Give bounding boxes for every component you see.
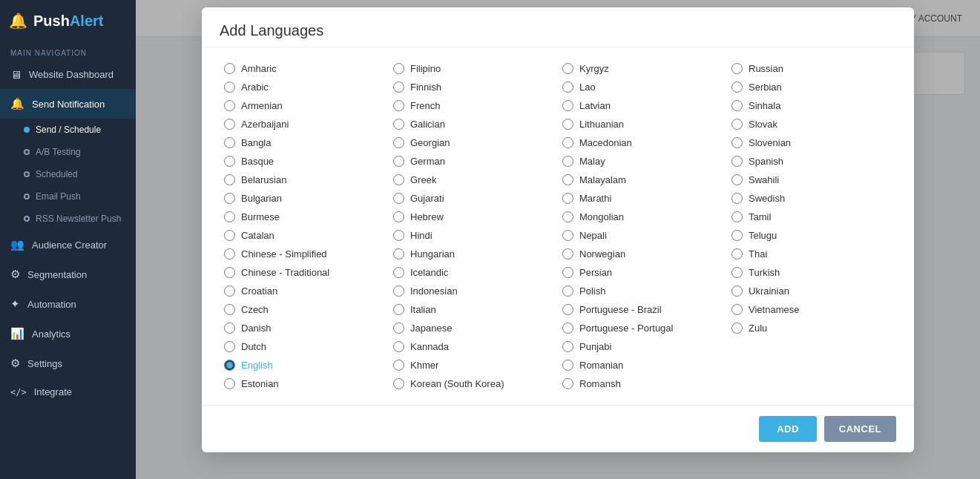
- language-item[interactable]: Portuguese - Brazil: [558, 300, 727, 319]
- language-item[interactable]: Arabic: [220, 78, 389, 96]
- language-item[interactable]: Chinese - Simplified: [220, 245, 389, 263]
- language-radio[interactable]: [393, 137, 404, 148]
- sidebar-item-segmentation[interactable]: ⚙ Segmentation: [0, 260, 136, 289]
- language-radio[interactable]: [224, 360, 235, 371]
- language-radio[interactable]: [731, 267, 743, 278]
- language-radio[interactable]: [393, 248, 404, 260]
- language-radio[interactable]: [562, 137, 573, 148]
- language-radio[interactable]: [393, 156, 404, 167]
- language-item[interactable]: Danish: [220, 319, 389, 337]
- language-item[interactable]: Polish: [558, 282, 727, 300]
- language-radio[interactable]: [731, 119, 743, 130]
- language-radio[interactable]: [224, 174, 235, 185]
- language-item[interactable]: Bulgarian: [220, 189, 389, 208]
- add-button[interactable]: ADD: [759, 416, 817, 442]
- language-radio[interactable]: [562, 304, 573, 315]
- language-item[interactable]: Croatian: [220, 282, 389, 300]
- language-radio[interactable]: [224, 211, 235, 222]
- sidebar-item-website-dashboard[interactable]: 🖥 Website Dashboard: [0, 60, 136, 89]
- language-radio[interactable]: [562, 323, 573, 334]
- language-item[interactable]: Ukrainian: [727, 282, 896, 300]
- language-radio[interactable]: [562, 267, 573, 278]
- language-item[interactable]: Lao: [558, 78, 727, 96]
- language-radio[interactable]: [731, 193, 743, 204]
- language-item[interactable]: Macedonian: [558, 133, 727, 152]
- language-item[interactable]: Basque: [220, 152, 389, 171]
- language-radio[interactable]: [393, 230, 404, 241]
- language-item[interactable]: Galician: [389, 115, 558, 133]
- language-item[interactable]: Finnish: [389, 78, 558, 96]
- language-item[interactable]: Slovenian: [727, 133, 896, 152]
- cancel-button[interactable]: CANCEL: [824, 416, 896, 442]
- language-radio[interactable]: [224, 304, 235, 315]
- language-radio[interactable]: [562, 230, 573, 241]
- language-item[interactable]: Kyrgyz: [558, 59, 727, 78]
- language-item[interactable]: Spanish: [727, 152, 896, 171]
- language-item[interactable]: [727, 374, 896, 393]
- language-item[interactable]: Nepali: [558, 226, 727, 245]
- language-radio[interactable]: [562, 193, 573, 204]
- language-item[interactable]: Hebrew: [389, 208, 558, 226]
- language-radio[interactable]: [393, 267, 404, 278]
- language-item[interactable]: Malayalam: [558, 171, 727, 189]
- language-item[interactable]: Kannada: [389, 337, 558, 356]
- language-item[interactable]: Hungarian: [389, 245, 558, 263]
- language-radio[interactable]: [393, 285, 404, 297]
- language-radio[interactable]: [224, 248, 235, 260]
- language-item[interactable]: Telugu: [727, 226, 896, 245]
- language-radio[interactable]: [562, 119, 573, 130]
- language-item[interactable]: Lithuanian: [558, 115, 727, 133]
- language-item[interactable]: Armenian: [220, 96, 389, 115]
- language-radio[interactable]: [224, 230, 235, 241]
- language-radio[interactable]: [224, 378, 235, 389]
- language-radio[interactable]: [562, 63, 573, 74]
- sidebar-item-audience-creator[interactable]: 👥 Audience Creator: [0, 230, 136, 260]
- language-radio[interactable]: [562, 341, 573, 352]
- language-radio[interactable]: [393, 193, 404, 204]
- language-item[interactable]: Malay: [558, 152, 727, 171]
- language-item[interactable]: Indonesian: [389, 282, 558, 300]
- language-radio[interactable]: [562, 82, 573, 93]
- language-radio[interactable]: [393, 360, 404, 371]
- language-radio[interactable]: [731, 82, 743, 93]
- language-item[interactable]: Tamil: [727, 208, 896, 226]
- language-item[interactable]: Russian: [727, 59, 896, 78]
- language-radio[interactable]: [224, 63, 235, 74]
- language-item[interactable]: Vietnamese: [727, 300, 896, 319]
- language-radio[interactable]: [562, 174, 573, 185]
- language-radio[interactable]: [731, 100, 743, 111]
- language-item[interactable]: Estonian: [220, 374, 389, 393]
- language-radio[interactable]: [224, 285, 235, 297]
- sidebar-sub-item-ab-testing[interactable]: A/B Testing: [0, 141, 136, 163]
- language-item[interactable]: Gujarati: [389, 189, 558, 208]
- language-item[interactable]: German: [389, 152, 558, 171]
- language-radio[interactable]: [224, 323, 235, 334]
- language-radio[interactable]: [731, 248, 743, 260]
- language-item[interactable]: Belarusian: [220, 171, 389, 189]
- language-radio[interactable]: [393, 378, 404, 389]
- sidebar-sub-item-send-schedule[interactable]: Send / Schedule: [0, 119, 136, 141]
- sidebar-sub-item-email-push[interactable]: Email Push: [0, 185, 136, 208]
- language-item[interactable]: Swedish: [727, 189, 896, 208]
- language-radio[interactable]: [224, 82, 235, 93]
- language-item[interactable]: Greek: [389, 171, 558, 189]
- language-item[interactable]: Persian: [558, 263, 727, 282]
- language-item[interactable]: Czech: [220, 300, 389, 319]
- language-item[interactable]: [727, 356, 896, 374]
- language-item[interactable]: Mongolian: [558, 208, 727, 226]
- language-item[interactable]: Burmese: [220, 208, 389, 226]
- language-item[interactable]: Turkish: [727, 263, 896, 282]
- sidebar-sub-item-rss[interactable]: RSS Newsletter Push: [0, 208, 136, 230]
- language-item[interactable]: Hindi: [389, 226, 558, 245]
- language-item[interactable]: Italian: [389, 300, 558, 319]
- language-radio[interactable]: [393, 63, 404, 74]
- language-item[interactable]: Japanese: [389, 319, 558, 337]
- language-item[interactable]: Swahili: [727, 171, 896, 189]
- language-item[interactable]: Filipino: [389, 59, 558, 78]
- language-item[interactable]: Sinhala: [727, 96, 896, 115]
- language-radio[interactable]: [224, 100, 235, 111]
- sidebar-item-integrate[interactable]: </> Integrate: [0, 378, 136, 406]
- language-item[interactable]: Dutch: [220, 337, 389, 356]
- language-radio[interactable]: [224, 341, 235, 352]
- language-radio[interactable]: [393, 119, 404, 130]
